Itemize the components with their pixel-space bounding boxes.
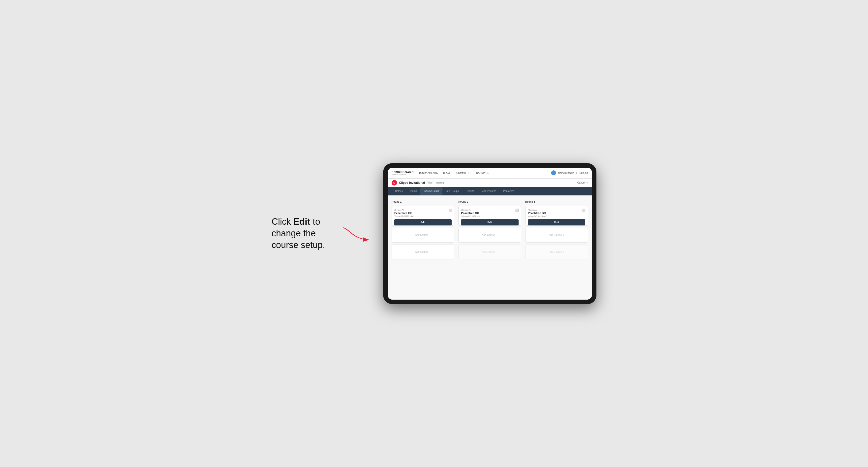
add-course-r3-2-plus: + [563,250,564,254]
round-1-add-course-1[interactable]: Add Course + [392,228,454,243]
round-2-course-card: ⬜ (Course A) Peachtree GC Yellow (M) (66… [458,206,521,226]
round-1-add-course-2[interactable]: Add Course + [392,245,454,259]
sign-out-link[interactable]: Sign out [579,172,588,174]
logo-area: SCOREBOARD Powered by clippd [392,170,414,175]
round-3-course-card: ⬜ (Course A) Peachtree GC Yellow (M) (66… [525,206,588,226]
user-avatar [551,170,556,175]
round-3-delete-icon[interactable]: ⬜ [582,208,586,212]
round-3-edit-button[interactable]: Edit [528,219,585,225]
round-2-course-name: Peachtree GC [461,212,518,215]
add-course-r2-1-label: Add Course [482,234,495,236]
round-2-label: Round 2 [458,200,521,203]
add-course-r3-1-label: Add Course [549,234,562,236]
sub-header-left: C Clippd Invitational (Men) Hosting [392,180,444,186]
hosting-badge: Hosting [436,182,444,184]
round-1-course-card: ⬜ (Course A) Peachtree GC Yellow (M) (66… [392,206,454,226]
add-course-r3-2-label: Add Course [549,250,562,253]
nav-teams[interactable]: TEAMS [443,170,452,175]
cancel-button[interactable]: Cancel ✕ [577,181,588,184]
tabs-bar: Details Teams Course Setup Tee Groups Re… [388,187,592,195]
round-1-edit-button[interactable]: Edit [394,219,452,225]
logo-scoreboard: SCOREBOARD [392,170,414,174]
logo-sub: Powered by clippd [392,174,414,175]
tab-course-setup[interactable]: Course Setup [421,187,442,195]
annotation-text: Click Edit to change the course setup. [272,216,341,251]
round-1-delete-icon[interactable]: ⬜ [448,208,452,212]
annotation-container: Click Edit to change the course setup. [272,216,368,251]
add-course-2-label: Add Course [415,250,428,253]
arrow-icon [341,223,371,243]
round-1-label: Round 1 [392,200,454,203]
round-3-course-name: Peachtree GC [528,212,585,215]
clippd-logo: C [392,180,397,186]
pipe-separator: | [576,172,577,174]
tournament-gender: (Men) [427,181,433,184]
nav-tournaments[interactable]: TOURNAMENTS [418,170,438,175]
nav-rankings[interactable]: RANKINGS [476,170,489,175]
tablet-screen: SCOREBOARD Powered by clippd TOURNAMENTS… [388,168,592,300]
tournament-name: Clippd Invitational [399,181,425,185]
add-course-r2-2-label: Add Course [482,250,495,253]
tab-details[interactable]: Details [392,187,406,195]
round-2-add-course-1[interactable]: Add Course + [458,228,521,243]
round-3-course-details: Yellow (M) (6629 yds) [528,215,585,217]
add-course-r2-2-plus: + [496,250,498,254]
tab-printables[interactable]: Printables [500,187,518,195]
tab-teams[interactable]: Teams [406,187,421,195]
round-2-add-course-2: Add Course + [458,245,521,259]
page-wrapper: Click Edit to change the course setup. S… [10,163,858,304]
add-course-1-label: Add Course [415,234,428,236]
round-3-column: Round 3 ⬜ (Course A) Peachtree GC Yellow… [525,200,588,259]
round-1-course-name: Peachtree GC [394,212,452,215]
round-1-course-tag: (Course A) [394,209,452,211]
round-3-course-tag: (Course A) [528,209,585,211]
round-2-delete-icon[interactable]: ⬜ [515,208,519,212]
round-2-course-tag: (Course A) [461,209,518,211]
round-3-add-course-1[interactable]: Add Course + [525,228,588,243]
add-course-1-plus: + [429,234,431,237]
add-course-2-plus: + [429,250,431,254]
tablet-shell: SCOREBOARD Powered by clippd TOURNAMENTS… [383,163,596,304]
round-2-column: Round 2 ⬜ (Course A) Peachtree GC Yellow… [458,200,521,259]
nav-right: blair@clippd.io | Sign out [551,170,588,175]
tab-leaderboards[interactable]: Leaderboards [477,187,500,195]
tab-results[interactable]: Results [462,187,477,195]
round-2-edit-button[interactable]: Edit [461,219,518,225]
top-nav: SCOREBOARD Powered by clippd TOURNAMENTS… [388,168,592,179]
round-2-course-details: Yellow (M) (6629 yds) [461,215,518,217]
add-course-r3-1-plus: + [563,234,564,237]
round-1-course-details: Yellow (M) (6629 yds) [394,215,452,217]
main-content: Round 1 ⬜ (Course A) Peachtree GC Yellow… [388,195,592,300]
round-3-label: Round 3 [525,200,588,203]
user-email: blair@clippd.io [558,172,575,174]
round-1-column: Round 1 ⬜ (Course A) Peachtree GC Yellow… [392,200,454,259]
add-course-r2-1-plus: + [496,234,498,237]
tab-tee-groups[interactable]: Tee Groups [442,187,462,195]
round-3-add-course-2: Add Course + [525,245,588,259]
sub-header: C Clippd Invitational (Men) Hosting Canc… [388,179,592,187]
nav-committee[interactable]: COMMITTEE [456,170,471,175]
rounds-grid: Round 1 ⬜ (Course A) Peachtree GC Yellow… [392,200,588,259]
nav-links: TOURNAMENTS TEAMS COMMITTEE RANKINGS [418,170,551,175]
